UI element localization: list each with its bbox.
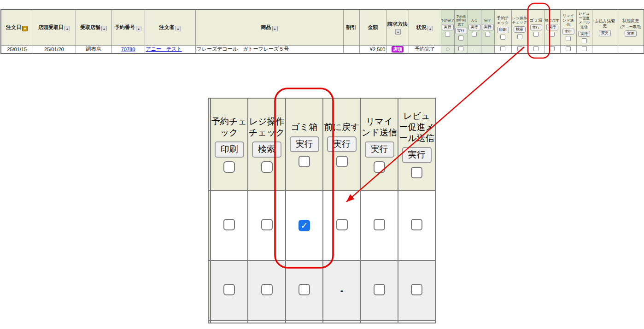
execute-button[interactable]: 実行	[482, 24, 494, 30]
row-checkbox-reminder[interactable]	[374, 219, 385, 230]
row-checkbox-review-mail[interactable]	[411, 219, 422, 230]
select-all-checkbox[interactable]	[374, 161, 385, 173]
row-checkbox-reserve-check[interactable]	[223, 219, 235, 230]
change-button[interactable]: 変更	[599, 30, 611, 36]
order-row: 25/01/15 25/01/20 調布店 70780 アニー テスト フレーズ…	[1, 45, 644, 53]
print-button[interactable]: 印刷	[497, 27, 509, 33]
row-checkbox-trash-checked[interactable]	[299, 220, 310, 231]
select-all-checkbox[interactable]	[445, 32, 450, 37]
execute-button[interactable]: 実行	[442, 24, 454, 30]
row-checkbox-register-check[interactable]	[261, 219, 273, 230]
sort-icon[interactable]	[395, 29, 401, 35]
cell-slip-printed	[454, 45, 468, 53]
execute-button[interactable]: 実行	[290, 136, 319, 153]
sort-icon[interactable]	[64, 26, 70, 31]
row-checkbox-register-check[interactable]	[517, 46, 522, 51]
select-all-checkbox[interactable]	[299, 156, 310, 167]
zoom-detail-table: 予約チェック 印刷 レジ操作チェック 検索 ゴミ箱 実行 前に戻す 実行 リマイ…	[208, 98, 436, 323]
row-checkbox-reserve-check[interactable]	[223, 284, 235, 295]
col-label: 完了	[484, 18, 491, 23]
cell-state-change: -	[618, 45, 644, 53]
row-checkbox-reminder[interactable]	[374, 284, 385, 295]
col-pickup-date: 店頭受取日	[33, 10, 76, 45]
sort-icon[interactable]	[176, 26, 181, 31]
cell-reservation-no: 70780	[111, 45, 145, 53]
col-payment-method-change: 支払方法変更 変更	[592, 10, 618, 45]
execute-button[interactable]: 実行	[546, 24, 558, 30]
select-all-checkbox[interactable]	[566, 36, 571, 41]
sort-icon[interactable]	[427, 26, 433, 31]
col-reserve-done: 予約完了 実行	[441, 10, 454, 45]
col-status: 状況	[409, 10, 441, 45]
execute-button[interactable]: 実行	[530, 24, 542, 31]
select-all-checkbox[interactable]	[582, 38, 587, 43]
sort-icon[interactable]	[101, 26, 107, 31]
cell-payment-method-change	[592, 45, 618, 53]
execute-button[interactable]: 実行	[327, 136, 357, 153]
zcell-revert-dash: -	[323, 260, 361, 320]
zoom-partial-row	[208, 320, 435, 323]
cell-order-date: 25/01/15	[1, 45, 33, 53]
reservation-no-link[interactable]: 70780	[121, 47, 135, 52]
orderer-link[interactable]: アニー テスト	[146, 46, 182, 52]
col-label: 受取店舗	[80, 24, 100, 30]
select-all-checkbox[interactable]	[458, 35, 463, 41]
row-checkbox-reminder[interactable]	[566, 46, 571, 51]
row-checkbox-register-check[interactable]	[261, 284, 273, 295]
col-label: 予約チェック	[211, 116, 247, 138]
cell-pickup-date: 25/01/20	[33, 45, 76, 53]
cell-revert	[544, 45, 560, 53]
row-checkbox-slip-printed[interactable]	[458, 46, 463, 51]
col-label: レジ操作チェック	[249, 116, 285, 138]
col-label: 前に戻す	[544, 18, 559, 23]
select-all-checkbox[interactable]	[411, 167, 422, 178]
select-all-checkbox[interactable]	[485, 32, 490, 37]
row-checkbox-review-mail[interactable]	[582, 46, 587, 51]
col-label: 予約チェック	[495, 16, 511, 26]
select-all-checkbox[interactable]	[517, 34, 522, 39]
search-button[interactable]: 検索	[514, 26, 526, 33]
zoom-row-2: -	[208, 260, 435, 320]
print-button[interactable]: 印刷	[215, 141, 244, 158]
sort-icon[interactable]	[272, 26, 278, 31]
cell-review-mail	[576, 45, 592, 53]
execute-button[interactable]: 実行	[455, 28, 467, 34]
orders-header-row: 注文日 店頭受取日 受取店舗 予約番号 注文者 商品 割引 金額 請求方法 状況…	[1, 10, 644, 45]
dash-value: -	[340, 285, 344, 295]
sort-icon[interactable]	[136, 26, 141, 31]
execute-button[interactable]: 実行	[402, 147, 432, 163]
col-trash: ゴミ箱 実行	[528, 10, 544, 45]
zcell-review-mail	[398, 191, 435, 260]
change-button[interactable]: 変更	[625, 30, 637, 37]
select-all-checkbox[interactable]	[500, 35, 505, 40]
cell-trash	[528, 45, 544, 53]
select-all-checkbox[interactable]	[223, 161, 235, 173]
execute-button[interactable]: 実行	[365, 141, 394, 158]
zcol-reserve-check: 予約チェック 印刷	[211, 98, 248, 191]
col-label: ゴミ箱	[530, 18, 542, 23]
execute-button[interactable]: 実行	[562, 29, 574, 35]
row-checkbox-revert[interactable]	[336, 219, 348, 230]
select-all-checkbox[interactable]	[472, 32, 477, 37]
col-pickup-store: 受取店舗	[76, 10, 111, 45]
row-checkbox-review-mail[interactable]	[411, 284, 422, 295]
row-checkbox-revert[interactable]	[550, 46, 555, 51]
cell-billing-method: 店頭	[386, 45, 409, 53]
col-complete: 完了 実行	[481, 10, 494, 45]
execute-button[interactable]: 実行	[578, 31, 590, 37]
select-all-checkbox[interactable]	[336, 156, 348, 167]
row-checkbox-trash[interactable]	[299, 284, 310, 295]
row-checkbox-trash[interactable]	[533, 46, 539, 51]
search-button[interactable]: 検索	[252, 141, 281, 158]
sort-desc-icon[interactable]	[22, 26, 28, 31]
col-order-date: 注文日	[1, 10, 33, 45]
zoom-header-row: 予約チェック 印刷 レジ操作チェック 検索 ゴミ箱 実行 前に戻す 実行 リマイ…	[208, 98, 435, 191]
row-checkbox-reserve-check[interactable]	[500, 46, 505, 51]
col-label: 前に戻す	[324, 122, 360, 133]
select-all-checkbox[interactable]	[533, 32, 539, 37]
select-all-checkbox[interactable]	[261, 161, 273, 173]
col-discount: 割引	[343, 10, 359, 45]
execute-button[interactable]: 実行	[468, 24, 480, 30]
cell-reserve-done	[441, 45, 454, 53]
select-all-checkbox[interactable]	[550, 32, 555, 37]
